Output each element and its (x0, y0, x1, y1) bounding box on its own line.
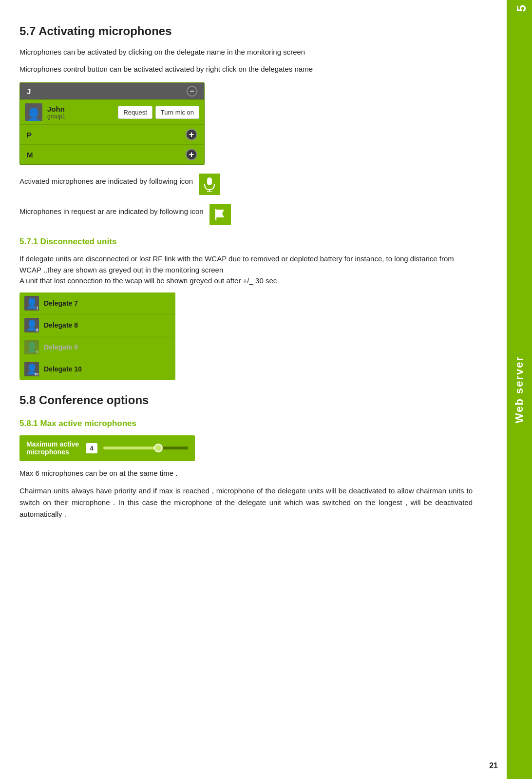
slider-fill (103, 447, 158, 449)
section-j-header: J − (20, 83, 204, 99)
disc-num-9: 9 (36, 350, 38, 354)
section-5-8-1-para1: Max 6 microphones can be on at the same … (19, 468, 473, 479)
section-5-7-para1: Microphones can be activated by clicking… (19, 47, 473, 58)
delegate-list: J − 👤 John group1 Request Turn mic on P … (19, 82, 205, 165)
collapse-j-button[interactable]: − (187, 86, 197, 97)
request-mic-icon-box (209, 204, 231, 225)
chapter-number: 5 (514, 5, 529, 12)
section-m-collapsed: M + (20, 144, 204, 164)
john-actions: Request Turn mic on (118, 106, 199, 119)
section-p-collapsed: P + (20, 124, 204, 144)
disc-row-8: 👤 8 Delegate 8 (19, 314, 175, 336)
svg-rect-0 (207, 177, 212, 185)
disc-name-10: Delegate 10 (44, 365, 82, 373)
side-tab: 5 Web server (507, 0, 532, 779)
max-mic-slider[interactable] (103, 447, 188, 449)
page-number: 21 (489, 761, 498, 770)
disc-avatar-10: 👤 10 (24, 362, 39, 376)
disc-name-8: Delegate 8 (44, 321, 78, 329)
section-m-letter: M (27, 151, 33, 159)
disc-row-7: 👤 7 Delegate 7 (19, 292, 175, 314)
flag-icon (213, 208, 227, 221)
section-5-7-para2: Microphones control button can be activa… (19, 64, 473, 75)
disconnected-list: 👤 7 Delegate 7 👤 8 Delegate 8 👤 9 Delega… (19, 292, 175, 380)
disc-row-9: 👤 9 Delegate 9 (19, 336, 175, 358)
activated-mic-desc-row: Activated microphones are indicated by f… (19, 174, 473, 195)
disc-avatar-8: 👤 8 (24, 318, 39, 332)
john-avatar: 👤 (25, 103, 42, 121)
activated-mic-icon-box (199, 174, 220, 195)
section-5-7-heading: 5.7 Activating microphones (19, 24, 473, 38)
main-content: 5.7 Activating microphones Microphones c… (0, 0, 507, 555)
request-mic-desc-row: Microphones in request ar are indicated … (19, 204, 473, 225)
expand-p-button[interactable]: + (186, 129, 197, 140)
disc-row-10: 👤 10 Delegate 10 (19, 358, 175, 380)
disc-num-8: 8 (36, 328, 38, 332)
section-5-7-1-para: If delegate units are disconnected or lo… (19, 253, 473, 287)
max-mic-bar: Maximum active microphones 4 (19, 435, 195, 462)
expand-m-button[interactable]: + (186, 149, 197, 160)
section-j-letter: J (27, 87, 31, 96)
disc-num-7: 7 (36, 306, 38, 311)
disc-name-7: Delegate 7 (44, 299, 78, 307)
john-group: group1 (47, 113, 113, 120)
disc-avatar-7: 👤 7 (24, 296, 39, 311)
section-5-8-1-heading: 5.8.1 Max active microphones (19, 419, 473, 428)
request-button[interactable]: Request (118, 106, 152, 119)
activated-mic-text: Activated microphones are indicated by f… (19, 176, 193, 187)
john-info: John group1 (47, 105, 113, 120)
request-mic-text: Microphones in request ar are indicated … (19, 206, 204, 217)
microphone-icon (203, 177, 216, 192)
disc-avatar-9: 👤 9 (24, 340, 39, 354)
section-p-letter: P (27, 131, 32, 139)
disc-num-10: 10 (34, 372, 38, 376)
john-name: John (47, 105, 113, 113)
turn-mic-on-button[interactable]: Turn mic on (155, 106, 199, 119)
chapter-title: Web server (513, 356, 526, 423)
max-mic-label: Maximum active microphones (26, 440, 80, 457)
section-5-7-1-heading: 5.7.1 Disconnected units (19, 237, 473, 247)
section-5-8-heading: 5.8 Conference options (19, 393, 473, 407)
section-5-8-1-para2: Chairman units always have priority and … (19, 485, 473, 520)
avatar-icon: 👤 (26, 108, 41, 121)
max-mic-num: 4 (86, 443, 97, 453)
disc-name-9: Delegate 9 (44, 343, 78, 351)
slider-thumb[interactable] (154, 444, 163, 452)
delegate-john-row: 👤 John group1 Request Turn mic on (20, 99, 204, 124)
